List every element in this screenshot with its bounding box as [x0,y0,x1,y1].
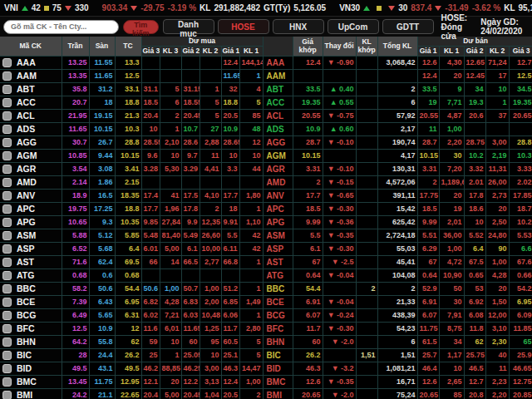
ticker-symbol[interactable]: ATG [17,270,34,280]
ticker-symbol[interactable]: AGM [17,150,37,160]
ticker-symbol[interactable]: BID [17,363,32,373]
cell-bg1: 46.4 [417,362,439,375]
cell-bk1: 2,65 [439,375,464,388]
tab-hose[interactable]: HOSE [218,19,269,34]
row-checkbox[interactable] [2,337,12,347]
ticker-symbol[interactable]: ASM [17,230,36,240]
ticker-cell: BCG [0,308,62,322]
row-checkbox[interactable] [2,98,12,107]
ticker-symbol[interactable]: BCE [17,297,35,307]
vni-summary[interactable]: VNI 42 75 330 [0,0,93,16]
ticker-symbol[interactable]: AST [17,257,34,267]
ticker-symbol[interactable]: BFC [17,323,35,333]
ticker-symbol[interactable]: ASP [17,244,35,254]
table-row-ASM: ASM5.885.125.855.4881,405.4926,605.542AS… [0,229,532,242]
row-checkbox[interactable] [2,218,12,227]
ticker-symbol[interactable]: APG [17,217,36,227]
row-checkbox[interactable] [2,284,12,293]
cell-bg1: 20.55 [417,109,439,122]
cell-bg3: 10.2 [509,215,532,229]
row-checkbox[interactable] [2,351,12,360]
ticker-symbol[interactable]: AGR [17,164,36,174]
cell-mg2: 66.5 [181,255,200,268]
cell-mg3: 3.28 [141,162,160,175]
cell-khop: 54.4 [293,282,323,295]
row-checkbox[interactable] [2,377,12,387]
ticker-symbol[interactable]: AMD [17,177,37,187]
search-button[interactable]: Tìm kiếm [123,20,159,34]
cell-bg3: 17.85 [509,189,532,202]
ticker-symbol[interactable]: BCG [17,310,36,320]
search-input[interactable] [3,20,119,34]
row-checkbox[interactable] [2,125,12,134]
ticker-symbol[interactable]: BMI [17,390,32,399]
row-checkbox[interactable] [2,58,12,67]
ticker-symbol[interactable]: BHN [17,337,36,347]
cell-bg1: 6.29 [417,242,439,255]
row-checkbox[interactable] [2,364,12,373]
cell-tran: 13.45 [62,375,89,388]
cell-san: 17.25 [89,202,115,215]
cell-bg2: 6.08 [464,308,485,322]
ticker-symbol[interactable]: APC [17,204,35,214]
row-checkbox[interactable] [2,165,12,174]
cell-tong: 104,08 [377,268,417,282]
row-checkbox[interactable] [2,191,12,200]
tab-gdtt[interactable]: GDTT [382,19,434,34]
row-checkbox[interactable] [2,258,12,267]
row-checkbox[interactable] [2,138,12,147]
ticker-symbol[interactable]: ACL [17,111,35,121]
ticker-symbol[interactable]: AAA [17,57,36,67]
ticker-symbol[interactable]: BBC [17,283,36,293]
row-checkbox[interactable] [2,85,12,94]
ticker-symbol[interactable]: BIC [17,350,32,360]
cell-tc: 10.35 [115,215,141,229]
cell-change: ▼ -0.24 [323,308,356,322]
col-header-ticker [263,37,293,56]
cell-bg3: 12.5 [509,69,532,82]
row-checkbox[interactable] [2,271,12,280]
cell-tran: 10.65 [62,215,89,229]
row-checkbox[interactable] [2,391,12,399]
tab-hnx[interactable]: HNX [273,19,324,34]
ticker-symbol[interactable]: ANV [17,190,35,200]
cell-bg1: 9.99 [417,215,439,229]
cell-tc: 6.31 [115,308,141,322]
cell-bg3: 5.53 [509,229,532,242]
cell-mg2: 25.05 [181,348,200,362]
row-checkbox[interactable] [2,311,12,320]
row-checkbox[interactable] [2,244,12,254]
tab-danh-mục[interactable]: Danh mục [163,19,214,34]
ticker-symbol[interactable]: ACC [17,97,36,107]
row-checkbox[interactable] [2,324,12,333]
cell-mk3: 41 [160,189,181,202]
cell-klkhop [356,295,377,308]
cell-mk1 [239,268,263,282]
cell-mk1: 44 [239,162,263,175]
cell-bg1: 10.15 [417,149,439,162]
row-checkbox[interactable] [2,151,12,160]
row-checkbox[interactable] [2,178,12,187]
cell-mk1: 10 [239,149,263,162]
cell-tc: 3.41 [115,162,141,175]
ticker-symbol[interactable]: AGG [17,137,37,147]
vn30-summary[interactable]: VN30 30 837.4 -31.49 -3.62 % KL 95,170,3… [335,0,532,16]
row-checkbox[interactable] [2,111,12,121]
row-checkbox[interactable] [2,298,12,307]
cell-mk2: 5 [200,96,221,109]
row-checkbox[interactable] [2,231,12,240]
tab-upcom[interactable]: UpCom [328,19,379,34]
row-checkbox[interactable] [2,204,12,214]
cell-tc: 2.15 [115,175,141,189]
ticker-symbol[interactable]: AAM [17,71,37,81]
ticker-symbol[interactable]: ABT [17,84,35,94]
ticker-symbol[interactable]: ADS [17,124,35,134]
cell-change: ▼ -0.15 [323,175,356,189]
cell-mk3: 2 [160,109,181,122]
advancers-icon [22,6,28,11]
cell-tong: 45,41 [377,255,417,268]
cell-mg1: 6.06 [221,308,239,322]
ticker-symbol[interactable]: BMC [17,377,37,387]
cell-khop: 19.35 [293,96,323,109]
row-checkbox[interactable] [2,71,12,81]
